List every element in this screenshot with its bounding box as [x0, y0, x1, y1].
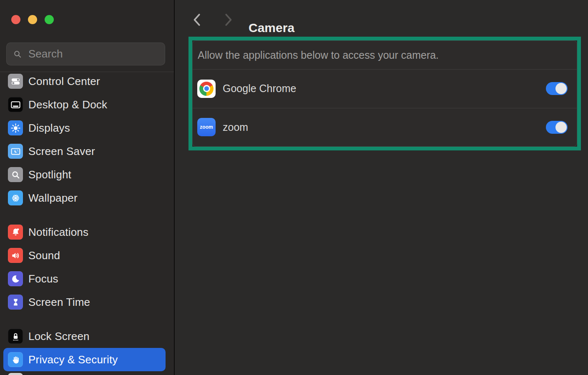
sidebar-item-label: Notifications [28, 226, 88, 239]
forward-button[interactable] [221, 13, 234, 27]
screen-time-icon [8, 295, 23, 310]
displays-icon [10, 122, 21, 134]
annotation-highlight-box: Allow the applications below to access y… [188, 37, 581, 150]
spotlight-icon [8, 167, 23, 182]
displays-icon [8, 120, 23, 135]
sidebar-item-label: Displays [28, 122, 70, 135]
app-permission-row-zoom: zoom zoom [193, 108, 577, 147]
notifications-icon [10, 227, 21, 238]
sidebar-item-label: Lock Screen [28, 330, 90, 343]
page-title: Camera [249, 21, 294, 35]
sidebar-item-privacy-and-security[interactable]: Privacy & Security [3, 348, 166, 371]
sidebar: Control Center Desktop & Dock Displays S… [0, 0, 175, 375]
lock-screen-icon [10, 331, 21, 342]
sidebar-item-control-center[interactable]: Control Center [3, 70, 166, 93]
sidebar-nav: Control Center Desktop & Dock Displays S… [3, 70, 166, 371]
toggle-google-chrome[interactable] [546, 82, 568, 95]
sidebar-group: Control Center Desktop & Dock Displays S… [3, 70, 166, 210]
sidebar-group: Notifications Sound Focus Screen Time [3, 220, 166, 314]
desktop-dock-icon [10, 99, 21, 110]
sidebar-item-screen-time[interactable]: Screen Time [3, 290, 166, 314]
sound-icon [10, 250, 21, 261]
screen-saver-icon [10, 146, 21, 157]
sidebar-item-spotlight[interactable]: Spotlight [3, 163, 166, 186]
camera-permissions-panel: Allow the applications below to access y… [192, 40, 577, 147]
desktop-dock-icon [8, 97, 23, 112]
sidebar-item-label: Focus [28, 272, 58, 285]
sidebar-item-label: Control Center [28, 75, 100, 88]
chevron-right-icon [221, 13, 234, 27]
control-center-icon [10, 76, 21, 87]
chrome-logo [199, 82, 214, 96]
sidebar-group: Lock Screen Privacy & Security [3, 325, 166, 371]
sidebar-item-focus[interactable]: Focus [3, 267, 166, 290]
sidebar-item-label: Desktop & Dock [28, 98, 107, 111]
privacy-icon [10, 354, 21, 365]
zoom-window-button[interactable] [45, 15, 54, 24]
back-button[interactable] [191, 13, 204, 27]
app-permission-row-google-chrome: Google Chrome [193, 70, 577, 108]
lock-screen-icon [8, 329, 23, 344]
sidebar-item-desktop-and-dock[interactable]: Desktop & Dock [3, 93, 166, 116]
chrome-icon [197, 80, 216, 98]
app-name: zoom [223, 121, 539, 133]
app-name: Google Chrome [223, 82, 539, 95]
sidebar-item-label: Screen Saver [28, 145, 95, 158]
camera-permission-description: Allow the applications below to access y… [198, 49, 439, 61]
close-button[interactable] [11, 15, 20, 24]
sidebar-item-label: Spotlight [28, 168, 71, 181]
wallpaper-icon [10, 192, 21, 204]
screen-saver-icon [8, 144, 23, 159]
sidebar-item-lock-screen[interactable]: Lock Screen [3, 325, 166, 348]
minimize-button[interactable] [28, 15, 37, 24]
sidebar-item-label: Screen Time [28, 296, 90, 309]
sidebar-item-wallpaper[interactable]: Wallpaper [3, 186, 166, 210]
sidebar-item-notifications[interactable]: Notifications [3, 220, 166, 244]
focus-icon [10, 273, 21, 285]
privacy-icon [8, 352, 23, 367]
toggle-knob [555, 122, 567, 133]
sidebar-item-label: Sound [28, 249, 60, 262]
wallpaper-icon [8, 190, 23, 205]
sidebar-item-label: Wallpaper [28, 192, 78, 205]
sound-icon [8, 248, 23, 263]
system-settings-window: Control Center Desktop & Dock Displays S… [0, 0, 588, 375]
sidebar-item-screen-saver[interactable]: Screen Saver [3, 140, 166, 163]
toggle-zoom[interactable] [546, 121, 568, 134]
spotlight-icon [10, 169, 21, 180]
search-input[interactable] [28, 47, 159, 61]
search-icon [13, 49, 23, 59]
notifications-icon [8, 225, 23, 240]
sidebar-item-label: Privacy & Security [28, 353, 118, 366]
zoom-app-icon: zoom [197, 118, 216, 136]
sidebar-item-sound[interactable]: Sound [3, 244, 166, 267]
toggle-knob [555, 83, 567, 94]
screen-time-icon [10, 297, 21, 308]
description-row: Allow the applications below to access y… [193, 41, 577, 70]
control-center-icon [8, 74, 23, 89]
sidebar-item-displays[interactable]: Displays [3, 116, 166, 140]
partial-next-item-icon [8, 373, 23, 375]
chevron-left-icon [191, 13, 204, 27]
zoom-logo-text: zoom [200, 124, 213, 130]
search-field[interactable] [6, 42, 165, 65]
traffic-lights [11, 15, 54, 24]
focus-icon [8, 271, 23, 286]
